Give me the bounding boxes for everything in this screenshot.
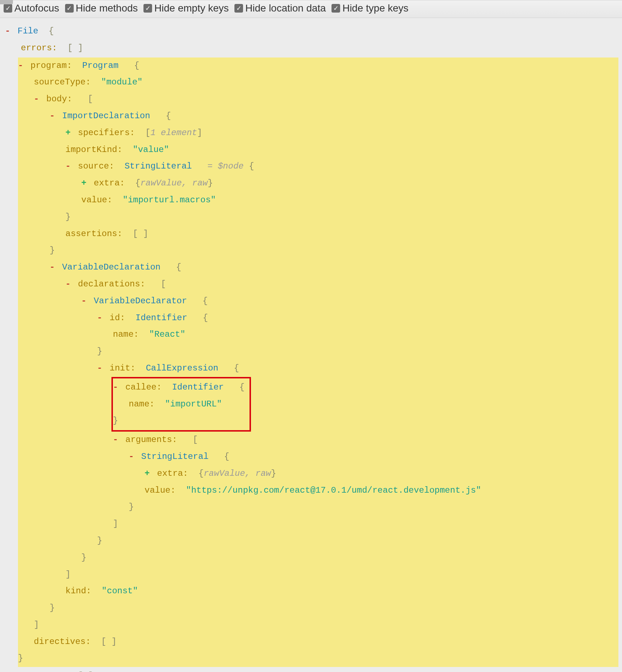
hide-type-keys-label: Hide type keys bbox=[342, 3, 408, 14]
value-kind: "const" bbox=[102, 586, 138, 596]
key-init[interactable]: init bbox=[110, 363, 131, 373]
key-directives[interactable]: directives bbox=[34, 637, 86, 646]
open-brace: { bbox=[49, 26, 54, 36]
collapse-toggle[interactable]: - bbox=[113, 382, 120, 392]
key-extra[interactable]: extra bbox=[94, 178, 120, 188]
node-type-string-literal[interactable]: StringLiteral bbox=[124, 161, 192, 171]
check-icon bbox=[143, 4, 152, 13]
key-value[interactable]: value bbox=[81, 195, 107, 205]
node-type-import-declaration[interactable]: ImportDeclaration bbox=[62, 111, 150, 121]
key-program[interactable]: program bbox=[31, 61, 67, 70]
toolbar: Autofocus Hide methods Hide empty keys H… bbox=[0, 0, 622, 18]
value-import-kind: "value" bbox=[133, 145, 169, 155]
key-extra[interactable]: extra bbox=[157, 469, 183, 478]
collapse-toggle[interactable]: - bbox=[65, 161, 73, 171]
collapse-toggle[interactable]: - bbox=[34, 94, 41, 104]
key-source[interactable]: source bbox=[78, 161, 109, 171]
key-import-kind[interactable]: importKind bbox=[65, 145, 117, 155]
node-type-identifier[interactable]: Identifier bbox=[172, 382, 224, 392]
expand-toggle[interactable]: + bbox=[145, 469, 152, 478]
collapse-toggle[interactable]: - bbox=[113, 435, 120, 445]
meta-one-element: 1 element bbox=[150, 128, 197, 138]
node-type-identifier[interactable]: Identifier bbox=[136, 313, 187, 323]
value-argument-value: "https://unpkg.com/react@17.0.1/umd/reac… bbox=[186, 485, 481, 495]
meta-dollar-node: $node bbox=[218, 161, 244, 171]
key-declarations[interactable]: declarations bbox=[78, 279, 140, 289]
hide-type-keys-checkbox[interactable]: Hide type keys bbox=[331, 3, 408, 14]
key-value[interactable]: value bbox=[145, 485, 170, 495]
highlighted-region: - program: Program { sourceType: "module… bbox=[18, 57, 618, 667]
key-id[interactable]: id bbox=[110, 313, 120, 323]
key-errors[interactable]: errors bbox=[21, 43, 52, 53]
hide-empty-keys-label: Hide empty keys bbox=[154, 3, 229, 14]
collapse-toggle[interactable]: - bbox=[50, 111, 57, 121]
hide-methods-label: Hide methods bbox=[76, 3, 138, 14]
node-type-file[interactable]: File bbox=[18, 26, 38, 36]
collapse-toggle[interactable]: - bbox=[97, 313, 104, 323]
key-assertions[interactable]: assertions bbox=[65, 229, 117, 239]
hide-location-data-checkbox[interactable]: Hide location data bbox=[234, 3, 326, 14]
value-source-type: "module" bbox=[101, 77, 142, 87]
node-type-program[interactable]: Program bbox=[82, 61, 119, 70]
hide-location-data-label: Hide location data bbox=[245, 3, 326, 14]
autofocus-label: Autofocus bbox=[14, 3, 59, 14]
ast-tree: - File { errors: [ ] - program: Program … bbox=[0, 18, 622, 672]
collapse-toggle[interactable]: - bbox=[97, 363, 104, 373]
node-type-call-expression[interactable]: CallExpression bbox=[146, 363, 219, 373]
emphasis-redbox: - callee: Identifier { name: " bbox=[111, 377, 251, 432]
collapse-toggle[interactable]: - bbox=[129, 452, 136, 461]
node-type-variable-declarator[interactable]: VariableDeclarator bbox=[94, 296, 187, 306]
collapse-toggle[interactable]: - bbox=[18, 61, 25, 70]
key-kind[interactable]: kind bbox=[65, 586, 86, 596]
collapse-toggle[interactable]: - bbox=[81, 296, 88, 306]
key-callee[interactable]: callee bbox=[125, 382, 156, 392]
value-source-value: "importurl.macros" bbox=[123, 195, 216, 205]
tab-stub bbox=[0, 0, 13, 4]
check-icon bbox=[331, 4, 340, 13]
check-icon bbox=[4, 4, 12, 13]
hide-empty-keys-checkbox[interactable]: Hide empty keys bbox=[143, 3, 229, 14]
expand-toggle[interactable]: + bbox=[81, 178, 88, 188]
key-name[interactable]: name bbox=[113, 330, 134, 339]
collapse-toggle[interactable]: - bbox=[65, 279, 73, 289]
key-arguments[interactable]: arguments bbox=[125, 435, 172, 445]
collapse-toggle[interactable]: - bbox=[50, 262, 57, 272]
empty-array: [ ] bbox=[68, 43, 83, 53]
key-body[interactable]: body bbox=[46, 94, 67, 104]
check-icon bbox=[65, 4, 74, 13]
hide-methods-checkbox[interactable]: Hide methods bbox=[65, 3, 138, 14]
key-name[interactable]: name bbox=[129, 399, 150, 409]
node-type-string-literal[interactable]: StringLiteral bbox=[141, 452, 209, 461]
meta-extra-fields: rawValue, raw bbox=[140, 178, 207, 188]
key-source-type[interactable]: sourceType bbox=[34, 77, 86, 87]
expand-toggle[interactable]: + bbox=[65, 128, 73, 138]
check-icon bbox=[234, 4, 243, 13]
value-id-name: "React" bbox=[149, 330, 186, 339]
value-callee-name: "importURL" bbox=[165, 399, 222, 409]
node-type-variable-declaration[interactable]: VariableDeclaration bbox=[62, 262, 161, 272]
collapse-toggle[interactable]: - bbox=[5, 26, 12, 36]
key-specifiers[interactable]: specifiers bbox=[78, 128, 130, 138]
